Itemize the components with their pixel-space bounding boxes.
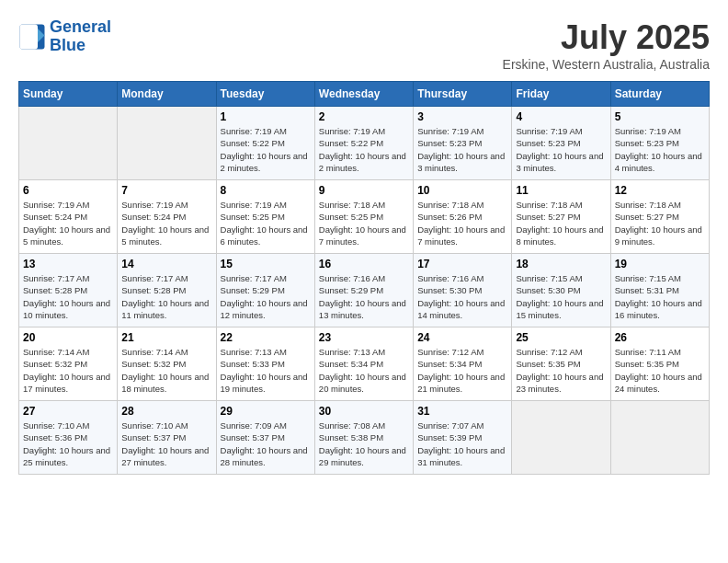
daylight-text: Daylight: 10 hours and 2 minutes. (319, 150, 409, 175)
day-number: 12 (615, 184, 705, 197)
logo: General Blue (18, 18, 111, 55)
daylight-text: Daylight: 10 hours and 15 minutes. (516, 297, 606, 322)
day-info: Sunrise: 7:19 AM Sunset: 5:22 PM Dayligh… (221, 125, 311, 174)
calendar-cell: 15 Sunrise: 7:17 AM Sunset: 5:29 PM Dayl… (216, 254, 314, 327)
calendar-cell: 24 Sunrise: 7:12 AM Sunset: 5:34 PM Dayl… (414, 327, 512, 401)
sunset-text: Sunset: 5:32 PM (23, 358, 113, 370)
logo-text: General Blue (50, 18, 111, 55)
sunset-text: Sunset: 5:35 PM (516, 358, 606, 370)
sunset-text: Sunset: 5:22 PM (221, 137, 311, 149)
sunrise-text: Sunrise: 7:15 AM (615, 272, 705, 284)
sunrise-text: Sunrise: 7:12 AM (417, 346, 507, 358)
sunrise-text: Sunrise: 7:08 AM (319, 419, 409, 431)
calendar-cell: 3 Sunrise: 7:19 AM Sunset: 5:23 PM Dayli… (414, 107, 512, 180)
sunset-text: Sunset: 5:24 PM (23, 211, 113, 223)
calendar-cell: 20 Sunrise: 7:14 AM Sunset: 5:32 PM Dayl… (19, 327, 118, 401)
weekday-header-saturday: Saturday (610, 82, 709, 107)
day-info: Sunrise: 7:14 AM Sunset: 5:32 PM Dayligh… (121, 346, 211, 395)
calendar-cell: 12 Sunrise: 7:18 AM Sunset: 5:27 PM Dayl… (610, 180, 709, 254)
daylight-text: Daylight: 10 hours and 20 minutes. (319, 371, 409, 396)
weekday-header-wednesday: Wednesday (314, 82, 413, 107)
daylight-text: Daylight: 10 hours and 23 minutes. (516, 371, 606, 396)
sunrise-text: Sunrise: 7:18 AM (516, 199, 606, 211)
daylight-text: Daylight: 10 hours and 14 minutes. (417, 297, 507, 322)
daylight-text: Daylight: 10 hours and 29 minutes. (319, 444, 409, 469)
sunset-text: Sunset: 5:22 PM (319, 137, 409, 149)
day-info: Sunrise: 7:19 AM Sunset: 5:23 PM Dayligh… (516, 125, 606, 174)
daylight-text: Daylight: 10 hours and 18 minutes. (121, 371, 211, 396)
calendar-cell: 7 Sunrise: 7:19 AM Sunset: 5:24 PM Dayli… (118, 180, 216, 254)
daylight-text: Daylight: 10 hours and 7 minutes. (319, 224, 409, 248)
sunset-text: Sunset: 5:29 PM (221, 284, 311, 296)
day-info: Sunrise: 7:07 AM Sunset: 5:39 PM Dayligh… (417, 419, 507, 468)
sunrise-text: Sunrise: 7:10 AM (23, 419, 113, 431)
calendar-cell: 25 Sunrise: 7:12 AM Sunset: 5:35 PM Dayl… (512, 327, 610, 401)
sunrise-text: Sunrise: 7:12 AM (516, 346, 606, 358)
daylight-text: Daylight: 10 hours and 25 minutes. (23, 444, 113, 469)
sunrise-text: Sunrise: 7:19 AM (516, 125, 606, 137)
day-info: Sunrise: 7:19 AM Sunset: 5:24 PM Dayligh… (121, 199, 211, 247)
day-info: Sunrise: 7:19 AM Sunset: 5:22 PM Dayligh… (319, 125, 409, 174)
sunrise-text: Sunrise: 7:11 AM (615, 346, 705, 358)
day-number: 10 (417, 184, 507, 197)
day-info: Sunrise: 7:18 AM Sunset: 5:27 PM Dayligh… (516, 199, 606, 247)
sunrise-text: Sunrise: 7:19 AM (23, 199, 113, 211)
calendar-cell: 9 Sunrise: 7:18 AM Sunset: 5:25 PM Dayli… (314, 180, 413, 254)
calendar-cell: 23 Sunrise: 7:13 AM Sunset: 5:34 PM Dayl… (314, 327, 413, 401)
day-info: Sunrise: 7:10 AM Sunset: 5:37 PM Dayligh… (121, 419, 211, 468)
calendar-week-4: 20 Sunrise: 7:14 AM Sunset: 5:32 PM Dayl… (19, 327, 710, 401)
sunset-text: Sunset: 5:23 PM (417, 137, 507, 149)
sunrise-text: Sunrise: 7:07 AM (417, 419, 507, 431)
calendar-cell: 31 Sunrise: 7:07 AM Sunset: 5:39 PM Dayl… (414, 401, 512, 475)
sunrise-text: Sunrise: 7:19 AM (319, 125, 409, 137)
day-info: Sunrise: 7:10 AM Sunset: 5:36 PM Dayligh… (23, 419, 113, 468)
sunset-text: Sunset: 5:30 PM (417, 284, 507, 296)
daylight-text: Daylight: 10 hours and 17 minutes. (23, 371, 113, 396)
day-number: 15 (221, 258, 311, 270)
sunset-text: Sunset: 5:36 PM (23, 431, 113, 443)
title-block: July 2025 Erskine, Western Australia, Au… (503, 18, 710, 72)
calendar-cell: 29 Sunrise: 7:09 AM Sunset: 5:37 PM Dayl… (216, 401, 314, 475)
sunset-text: Sunset: 5:26 PM (417, 211, 507, 223)
sunset-text: Sunset: 5:25 PM (221, 211, 311, 223)
calendar-cell: 8 Sunrise: 7:19 AM Sunset: 5:25 PM Dayli… (216, 180, 314, 254)
calendar-cell (118, 107, 216, 180)
day-info: Sunrise: 7:18 AM Sunset: 5:25 PM Dayligh… (319, 199, 409, 247)
daylight-text: Daylight: 10 hours and 7 minutes. (417, 224, 507, 248)
day-number: 21 (121, 331, 211, 344)
day-info: Sunrise: 7:16 AM Sunset: 5:29 PM Dayligh… (319, 272, 409, 321)
calendar-week-2: 6 Sunrise: 7:19 AM Sunset: 5:24 PM Dayli… (19, 180, 710, 254)
sunrise-text: Sunrise: 7:18 AM (319, 199, 409, 211)
sunrise-text: Sunrise: 7:09 AM (221, 419, 311, 431)
day-info: Sunrise: 7:18 AM Sunset: 5:27 PM Dayligh… (615, 199, 705, 247)
sunset-text: Sunset: 5:37 PM (221, 431, 311, 443)
calendar-cell: 27 Sunrise: 7:10 AM Sunset: 5:36 PM Dayl… (19, 401, 118, 475)
daylight-text: Daylight: 10 hours and 11 minutes. (121, 297, 211, 322)
sunrise-text: Sunrise: 7:19 AM (615, 125, 705, 137)
day-number: 14 (121, 258, 211, 270)
calendar-cell: 19 Sunrise: 7:15 AM Sunset: 5:31 PM Dayl… (610, 254, 709, 327)
day-info: Sunrise: 7:18 AM Sunset: 5:26 PM Dayligh… (417, 199, 507, 247)
calendar-cell (19, 107, 118, 180)
calendar-body: 1 Sunrise: 7:19 AM Sunset: 5:22 PM Dayli… (19, 107, 710, 475)
calendar-cell: 28 Sunrise: 7:10 AM Sunset: 5:37 PM Dayl… (118, 401, 216, 475)
day-number: 4 (516, 110, 606, 123)
sunrise-text: Sunrise: 7:17 AM (121, 272, 211, 284)
sunrise-text: Sunrise: 7:16 AM (319, 272, 409, 284)
sunrise-text: Sunrise: 7:19 AM (221, 199, 311, 211)
calendar-cell: 1 Sunrise: 7:19 AM Sunset: 5:22 PM Dayli… (216, 107, 314, 180)
month-title: July 2025 (503, 18, 710, 57)
daylight-text: Daylight: 10 hours and 12 minutes. (221, 297, 311, 322)
day-info: Sunrise: 7:08 AM Sunset: 5:38 PM Dayligh… (319, 419, 409, 468)
sunrise-text: Sunrise: 7:17 AM (23, 272, 113, 284)
calendar-cell (512, 401, 610, 475)
day-info: Sunrise: 7:19 AM Sunset: 5:23 PM Dayligh… (615, 125, 705, 174)
calendar-cell: 22 Sunrise: 7:13 AM Sunset: 5:33 PM Dayl… (216, 327, 314, 401)
daylight-text: Daylight: 10 hours and 21 minutes. (417, 371, 507, 396)
daylight-text: Daylight: 10 hours and 27 minutes. (121, 444, 211, 469)
day-info: Sunrise: 7:13 AM Sunset: 5:34 PM Dayligh… (319, 346, 409, 395)
day-number: 19 (615, 258, 705, 270)
sunset-text: Sunset: 5:37 PM (121, 431, 211, 443)
calendar-cell: 13 Sunrise: 7:17 AM Sunset: 5:28 PM Dayl… (19, 254, 118, 327)
sunset-text: Sunset: 5:23 PM (615, 137, 705, 149)
